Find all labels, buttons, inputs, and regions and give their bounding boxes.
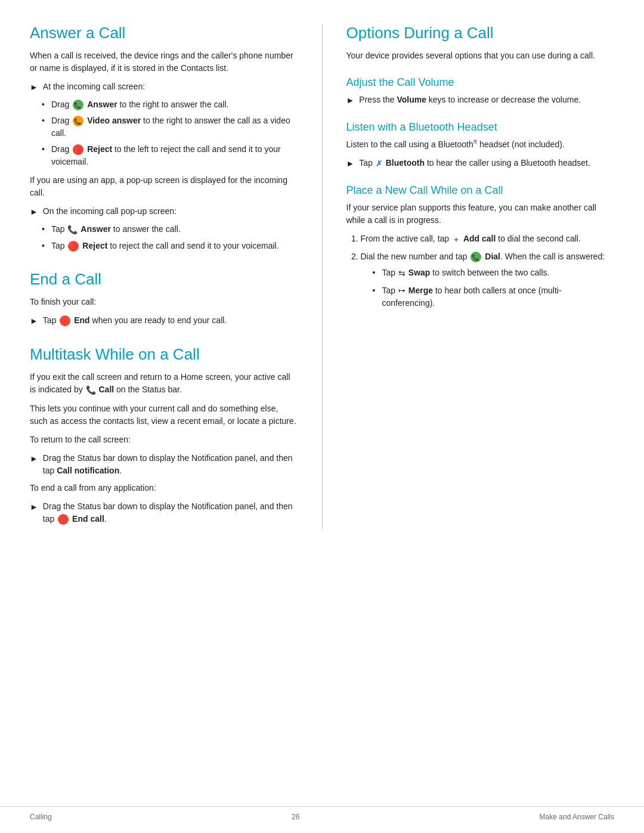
arrow-icon: ► <box>30 315 38 327</box>
left-column: Answer a Call When a call is received, t… <box>30 24 298 530</box>
place-new-call-steps: From the active call, tap ＋ Add call to … <box>361 233 615 309</box>
call-status-icon: 📞 <box>86 384 96 397</box>
right-column: Options During a Call Your device provid… <box>346 24 615 530</box>
answer-icon <box>73 100 83 110</box>
place-new-call-intro: If your service plan supports this featu… <box>346 202 615 227</box>
answer-a-call-title: Answer a Call <box>30 24 298 42</box>
popup-label: On the incoming call pop-up screen: <box>43 205 298 218</box>
multitask-para1: If you exit the call screen and return t… <box>30 371 298 397</box>
place-new-call-title: Place a New Call While on a Call <box>346 184 615 197</box>
list-item: Tap 📞 Answer to answer the call. <box>42 223 298 236</box>
swap-icon: ⇆ <box>398 267 405 280</box>
incoming-call-label: At the incoming call screen: <box>43 80 298 93</box>
arrow-icon: ► <box>346 157 355 170</box>
end-call-text: Tap End when you are ready to end your c… <box>43 314 298 327</box>
return-arrow: ► Drag the Status bar down to display th… <box>30 452 298 477</box>
bluetooth-intro: Listen to the call using a Bluetooth® he… <box>346 138 615 151</box>
list-item: Drag Video answer to the right to answer… <box>42 114 298 140</box>
list-item: Drag Answer to the right to answer the c… <box>42 98 298 111</box>
merge-icon: ↦ <box>398 284 405 297</box>
multitask-para2: This lets you continue with your current… <box>30 402 298 428</box>
column-divider <box>322 24 323 530</box>
list-item: Tap ↦ Merge to hear both callers at once… <box>373 284 615 310</box>
arrow-icon: ► <box>30 501 38 513</box>
list-item: Dial the new number and tap Dial. When t… <box>361 250 615 310</box>
footer-left: Calling <box>30 813 52 821</box>
bluetooth-icon: ✗ <box>376 157 383 170</box>
arrow-icon: ► <box>30 81 38 94</box>
dial-icon <box>470 252 481 262</box>
incoming-items-list: Drag Answer to the right to answer the c… <box>42 98 298 168</box>
list-item: Drag Reject to the left to reject the ca… <box>42 143 298 168</box>
return-text: Drag the Status bar down to display the … <box>43 452 298 477</box>
adjust-volume-arrow: ► Press the Volume keys to increase or d… <box>346 94 615 107</box>
call-answered-list: Tap ⇆ Swap to switch between the two cal… <box>373 267 615 310</box>
footer: Calling 26 Make and Answer Calls <box>0 806 644 821</box>
list-item: Tap ⇆ Swap to switch between the two cal… <box>373 267 615 280</box>
arrow-icon: ► <box>30 453 38 465</box>
end-a-call-title: End a Call <box>30 270 298 289</box>
end-app-arrow: ► Drag the Status bar down to display th… <box>30 500 298 525</box>
adjust-volume-title: Adjust the Call Volume <box>346 76 615 89</box>
add-call-icon: ＋ <box>452 233 460 246</box>
bluetooth-title: Listen with a Bluetooth Headset <box>346 121 615 134</box>
end-intro: To finish your call: <box>30 296 298 308</box>
footer-center: 26 <box>292 813 299 821</box>
popup-intro: If you are using an app, a pop-up screen… <box>30 174 298 199</box>
arrow-icon: ► <box>30 206 38 218</box>
popup-items-list: Tap 📞 Answer to answer the call. Tap Rej… <box>42 223 298 252</box>
bluetooth-arrow: ► Tap ✗ Bluetooth to hear the caller usi… <box>346 157 615 170</box>
answer-intro: When a call is received, the device ring… <box>30 49 298 75</box>
list-item: Tap Reject to reject the call and send i… <box>42 240 298 252</box>
end-call-arrow: ► Tap End when you are ready to end your… <box>30 314 298 327</box>
popup-arrow: ► On the incoming call pop-up screen: <box>30 205 298 218</box>
incoming-call-arrow: ► At the incoming call screen: <box>30 80 298 94</box>
end-app-text: Drag the Status bar down to display the … <box>43 500 298 525</box>
bluetooth-text: Tap ✗ Bluetooth to hear the caller using… <box>359 157 614 170</box>
options-title: Options During a Call <box>346 24 615 42</box>
adjust-volume-text: Press the Volume keys to increase or dec… <box>359 94 614 106</box>
end-app-label: To end a call from any application: <box>30 482 298 494</box>
footer-right: Make and Answer Calls <box>540 813 614 821</box>
end-icon <box>60 315 70 326</box>
page-content: Answer a Call When a call is received, t… <box>0 0 644 566</box>
return-label: To return to the call screen: <box>30 433 298 446</box>
end-call-icon <box>58 514 69 525</box>
multitask-title: Multitask While on a Call <box>30 345 298 364</box>
phone-small-icon: 📞 <box>67 224 78 236</box>
options-intro: Your device provides several options tha… <box>346 49 615 62</box>
arrow-icon: ► <box>346 94 355 107</box>
video-answer-icon <box>73 116 83 126</box>
list-item: From the active call, tap ＋ Add call to … <box>361 233 615 246</box>
reject-icon <box>73 144 83 155</box>
reject-small-icon <box>68 241 79 252</box>
